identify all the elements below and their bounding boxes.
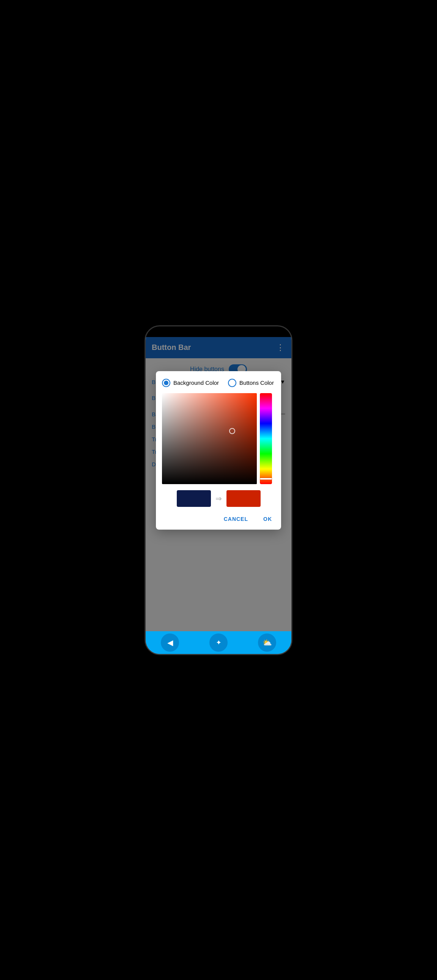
buttons-color-radio[interactable]: Buttons Color — [228, 379, 274, 387]
color-preview-row: ⇒ — [162, 490, 275, 507]
hue-bar[interactable] — [260, 393, 272, 484]
nav-back-icon: ◀ — [167, 638, 173, 647]
background-color-radio-circle — [162, 379, 170, 387]
color-gradient-box[interactable] — [162, 393, 257, 484]
status-bar-notch — [203, 329, 234, 334]
app-screen: Button Bar ⋮ Hide buttons Button Locatio… — [146, 337, 291, 654]
arrow-right-icon: ⇒ — [215, 494, 222, 503]
nav-weather-icon: ⛅ — [263, 638, 272, 647]
hue-cursor — [260, 478, 272, 480]
buttons-color-label: Buttons Color — [239, 380, 274, 386]
bottom-nav: ◀ ✦ ⛅ — [146, 631, 291, 654]
nav-home-button[interactable]: ✦ — [209, 633, 228, 652]
phone-frame: Button Bar ⋮ Hide buttons Button Locatio… — [145, 325, 292, 655]
nav-back-button[interactable]: ◀ — [161, 633, 179, 652]
color-type-radio-group: Background Color Buttons Color — [162, 379, 275, 387]
status-bar — [146, 326, 291, 337]
modal-backdrop: Background Color Buttons Color — [146, 337, 291, 654]
background-color-radio[interactable]: Background Color — [162, 379, 219, 387]
nav-home-icon: ✦ — [216, 638, 222, 647]
background-color-label: Background Color — [173, 380, 219, 386]
color-picker-area — [162, 393, 275, 484]
color-picker-cursor — [229, 428, 235, 434]
buttons-color-radio-circle — [228, 379, 236, 387]
dialog-actions: CANCEL OK — [162, 514, 275, 523]
gradient-dark-layer — [162, 393, 257, 484]
new-color-swatch — [226, 490, 261, 507]
color-picker-dialog: Background Color Buttons Color — [156, 371, 281, 530]
nav-weather-button[interactable]: ⛅ — [258, 633, 276, 652]
old-color-swatch — [177, 490, 211, 507]
ok-button[interactable]: OK — [260, 514, 275, 523]
cancel-button[interactable]: CANCEL — [221, 514, 251, 523]
